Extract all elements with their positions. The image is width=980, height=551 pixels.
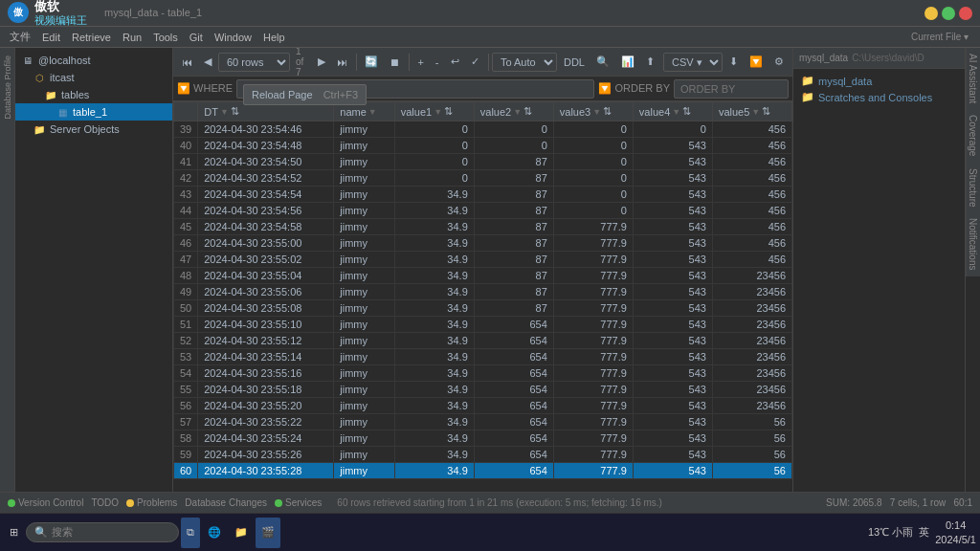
cell-v2[interactable]: 0	[474, 138, 553, 154]
cell-v4[interactable]: 543	[633, 317, 712, 333]
cell-v4[interactable]: 543	[633, 349, 712, 365]
table-row[interactable]: 45 2024-04-30 23:54:58 jimmy 34.9 87 777…	[174, 219, 792, 235]
start-button[interactable]: ⊞	[4, 518, 24, 548]
cell-v4[interactable]: 543	[633, 154, 712, 170]
cell-v5[interactable]: 456	[712, 252, 791, 268]
v1-filter-icon[interactable]: ▼	[434, 107, 442, 117]
problems-item[interactable]: Problems	[126, 497, 177, 508]
cell-v3[interactable]: 0	[553, 138, 633, 154]
cell-v3[interactable]: 777.9	[553, 414, 633, 430]
cell-dt[interactable]: 2024-04-30 23:55:10	[198, 317, 334, 333]
maximize-button[interactable]	[942, 7, 955, 20]
cell-v3[interactable]: 777.9	[553, 365, 633, 382]
cell-name[interactable]: jimmy	[334, 349, 394, 365]
cell-v5[interactable]: 456	[712, 235, 791, 252]
cell-v1[interactable]: 34.9	[394, 284, 474, 300]
cell-v4[interactable]: 543	[633, 235, 712, 252]
cell-v2[interactable]: 654	[474, 430, 553, 447]
v4-filter-icon[interactable]: ▼	[672, 107, 680, 117]
cell-name[interactable]: jimmy	[334, 268, 394, 284]
cell-v1[interactable]: 34.9	[394, 317, 474, 333]
cell-v5[interactable]: 56	[712, 430, 791, 447]
chart-button[interactable]: 📊	[616, 53, 639, 71]
cell-v4[interactable]: 543	[633, 170, 712, 187]
tab-notifications[interactable]: Notifications	[966, 212, 980, 276]
table-row[interactable]: 39 2024-04-30 23:54:46 jimmy 0 0 0 0 456	[174, 121, 792, 138]
cell-name[interactable]: jimmy	[334, 219, 394, 235]
cell-v5[interactable]: 456	[712, 203, 791, 219]
cell-v1[interactable]: 34.9	[394, 333, 474, 349]
cell-v4[interactable]: 543	[633, 463, 712, 479]
cell-v5[interactable]: 23456	[712, 317, 791, 333]
sidebar-item-tables[interactable]: 📁 tables	[15, 86, 172, 103]
cell-v3[interactable]: 777.9	[553, 252, 633, 268]
cell-name[interactable]: jimmy	[334, 430, 394, 447]
cell-v5[interactable]: 23456	[712, 300, 791, 317]
download-button[interactable]: ⬇	[724, 53, 743, 71]
cell-v3[interactable]: 777.9	[553, 398, 633, 414]
app-button[interactable]: 🎬	[256, 518, 280, 548]
sidebar-item-itcast[interactable]: ⬡ itcast	[15, 69, 172, 86]
filter-button[interactable]: 🔽	[745, 53, 768, 71]
menu-git[interactable]: Git	[184, 30, 209, 45]
table-row[interactable]: 52 2024-04-30 23:55:12 jimmy 34.9 654 77…	[174, 333, 792, 349]
cell-v3[interactable]: 777.9	[553, 235, 633, 252]
table-row[interactable]: 55 2024-04-30 23:55:18 jimmy 34.9 654 77…	[174, 382, 792, 398]
nav-last-button[interactable]: ⏭	[332, 54, 352, 71]
cell-dt[interactable]: 2024-04-30 23:55:16	[198, 365, 334, 382]
cell-v2[interactable]: 87	[474, 187, 553, 203]
stop-button[interactable]: ⏹	[385, 54, 405, 71]
cell-v1[interactable]: 34.9	[394, 187, 474, 203]
menu-tools[interactable]: Tools	[147, 30, 184, 45]
cell-v5[interactable]: 23456	[712, 268, 791, 284]
cell-dt[interactable]: 2024-04-30 23:55:08	[198, 300, 334, 317]
cell-name[interactable]: jimmy	[334, 252, 394, 268]
cell-v1[interactable]: 34.9	[394, 300, 474, 317]
cell-v1[interactable]: 34.9	[394, 430, 474, 447]
cell-v5[interactable]: 456	[712, 170, 791, 187]
cell-name[interactable]: jimmy	[334, 300, 394, 317]
v3-filter-icon[interactable]: ▼	[592, 107, 601, 117]
cell-v2[interactable]: 0	[474, 121, 553, 138]
cell-v4[interactable]: 543	[633, 300, 712, 317]
menu-window[interactable]: Window	[209, 30, 257, 45]
file-item-scratches[interactable]: 📁 Scratches and Consoles	[797, 89, 961, 105]
table-row[interactable]: 54 2024-04-30 23:55:16 jimmy 34.9 654 77…	[174, 365, 792, 382]
col-value2[interactable]: value2 ▼ ⇅	[474, 102, 553, 121]
todo-item[interactable]: TODO	[91, 497, 119, 508]
table-row[interactable]: 57 2024-04-30 23:55:22 jimmy 34.9 654 77…	[174, 414, 792, 430]
settings-button[interactable]: ⚙	[769, 53, 789, 71]
cell-v2[interactable]: 654	[474, 447, 553, 463]
cell-v4[interactable]: 543	[633, 447, 712, 463]
cell-v5[interactable]: 456	[712, 187, 791, 203]
cell-v5[interactable]: 456	[712, 154, 791, 170]
cell-v4[interactable]: 0	[633, 121, 712, 138]
cell-v2[interactable]: 654	[474, 398, 553, 414]
ddl-button[interactable]: DDL	[559, 54, 590, 71]
col-value5[interactable]: value5 ▼ ⇅	[712, 102, 791, 121]
cell-name[interactable]: jimmy	[334, 414, 394, 430]
cell-dt[interactable]: 2024-04-30 23:54:48	[198, 138, 334, 154]
cell-dt[interactable]: 2024-04-30 23:54:50	[198, 154, 334, 170]
tab-ai-assistant[interactable]: AI Assistant	[966, 48, 980, 109]
cell-v1[interactable]: 34.9	[394, 252, 474, 268]
cell-v2[interactable]: 87	[474, 154, 553, 170]
cell-v2[interactable]: 654	[474, 333, 553, 349]
cell-dt[interactable]: 2024-04-30 23:55:14	[198, 349, 334, 365]
cell-v4[interactable]: 543	[633, 284, 712, 300]
table-row[interactable]: 43 2024-04-30 23:54:54 jimmy 34.9 87 0 5…	[174, 187, 792, 203]
cell-dt[interactable]: 2024-04-30 23:54:58	[198, 219, 334, 235]
table-row[interactable]: 44 2024-04-30 23:54:56 jimmy 34.9 87 0 5…	[174, 203, 792, 219]
version-control-item[interactable]: Version Control	[8, 497, 83, 508]
table-row[interactable]: 47 2024-04-30 23:55:02 jimmy 34.9 87 777…	[174, 252, 792, 268]
cell-v3[interactable]: 777.9	[553, 219, 633, 235]
cell-v4[interactable]: 543	[633, 252, 712, 268]
cell-v1[interactable]: 34.9	[394, 414, 474, 430]
del-row-button[interactable]: -	[431, 54, 444, 71]
cell-v5[interactable]: 23456	[712, 349, 791, 365]
cell-v1[interactable]: 0	[394, 138, 474, 154]
current-file-selector[interactable]: Current File ▾	[911, 32, 976, 42]
rows-select[interactable]: 60 rows 100 rows 500 rows	[218, 53, 290, 72]
cell-v5[interactable]: 23456	[712, 382, 791, 398]
table-row[interactable]: 53 2024-04-30 23:55:14 jimmy 34.9 654 77…	[174, 349, 792, 365]
